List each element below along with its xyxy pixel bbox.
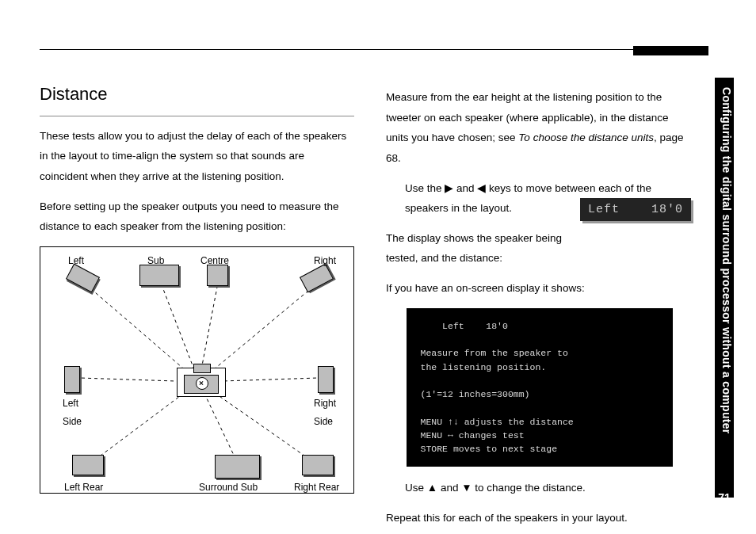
right-left-arrow-icon: ▶ and ◀ <box>445 182 486 194</box>
on-screen-display: Left 18'0 Measure from the speaker to th… <box>407 308 673 467</box>
display-shows-para: The display shows the speaker being test… <box>386 228 568 269</box>
document-page: Configuring the digital surround process… <box>0 0 756 534</box>
bullet-adjust-distance: Use ▲ and ▼ to change the distance. <box>405 478 693 498</box>
header-tab <box>633 46 708 55</box>
speaker-surround-sub-icon <box>215 455 260 479</box>
bullet2-b: to change the distance. <box>472 482 586 494</box>
label-surround-sub: Surround Sub <box>199 479 258 497</box>
label-left: Left <box>68 252 84 270</box>
speaker-left-rear-icon <box>72 455 104 475</box>
repeat-para: Repeat this for each of the speakers in … <box>386 508 693 528</box>
bullet2-a: Use <box>405 482 427 494</box>
heading-distance: Distance <box>40 78 354 116</box>
bullet1-a: Use the <box>405 182 445 194</box>
section-title: Configuring the digital surround process… <box>716 87 733 434</box>
bullet-nav-keys: Use the ▶ and ◀ keys to move between eac… <box>405 178 693 219</box>
speaker-right-side-icon <box>318 366 334 393</box>
label-centre: Centre <box>200 252 229 270</box>
up-down-arrow-icon: ▲ and ▼ <box>427 482 472 494</box>
label-left-rear: Left Rear <box>64 479 103 497</box>
ref-distance-units: To choose the distance units <box>518 132 654 143</box>
osd-intro-para: If you have an on-screen display it show… <box>386 278 693 299</box>
content-columns: Distance These tests allow you to adjust… <box>40 78 693 510</box>
label-left-side: Left Side <box>63 395 82 431</box>
label-sub: Sub <box>147 252 164 270</box>
intro-para-1: These tests allow you to adjust the dela… <box>40 126 354 187</box>
label-right-rear: Right Rear <box>294 479 339 497</box>
speaker-right-rear-icon <box>302 455 334 475</box>
listener-icon <box>177 368 226 397</box>
right-column: Measure from the ear height at the liste… <box>386 78 693 510</box>
speaker-left-side-icon <box>64 366 80 393</box>
intro-para-2: Before setting up the speaker outputs yo… <box>40 196 354 237</box>
speaker-layout-diagram: Left Sub Centre Right Left Side Right Si… <box>40 246 354 494</box>
page-number: 71 <box>716 491 733 504</box>
label-right: Right <box>314 252 336 270</box>
measure-para: Measure from the ear height at the liste… <box>386 87 693 169</box>
left-column: Distance These tests allow you to adjust… <box>40 78 354 510</box>
label-right-side: Right Side <box>314 395 336 431</box>
header-rule <box>40 49 633 50</box>
